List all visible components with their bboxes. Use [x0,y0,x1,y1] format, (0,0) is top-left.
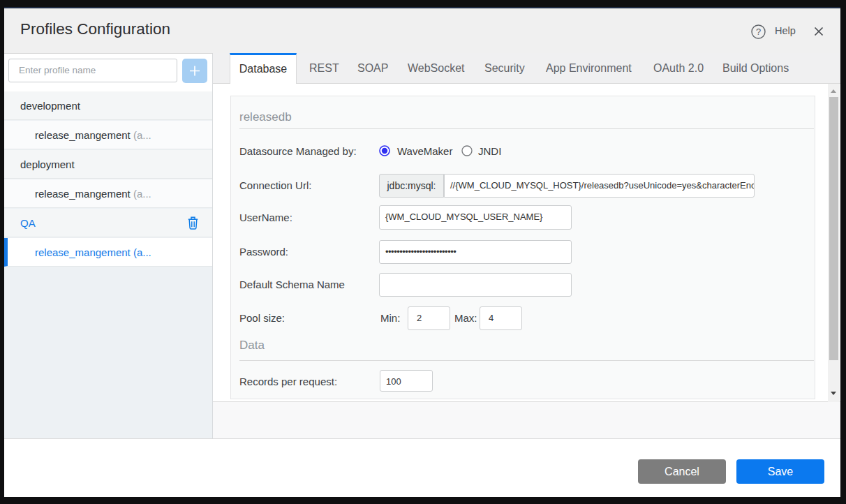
svg-text:?: ? [756,27,761,37]
